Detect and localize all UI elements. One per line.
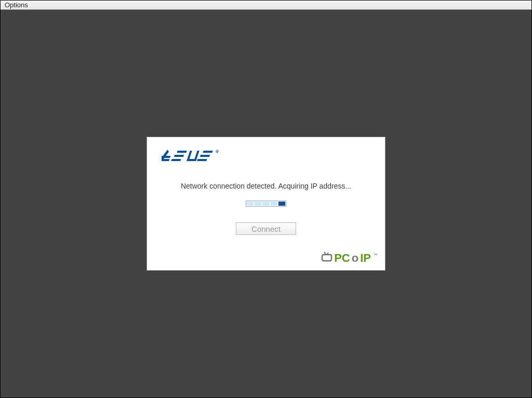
options-menu[interactable]: Options bbox=[3, 1, 30, 9]
progress-segment bbox=[255, 202, 261, 206]
progress-segment bbox=[247, 202, 254, 206]
workspace: R Network connection detected. Acquiring… bbox=[1, 10, 531, 397]
pcoip-tv-icon bbox=[321, 251, 332, 265]
connect-dialog: R Network connection detected. Acquiring… bbox=[147, 137, 385, 271]
svg-rect-8 bbox=[187, 159, 196, 161]
pcoip-logo: PCoIP™ bbox=[321, 251, 378, 265]
svg-rect-9 bbox=[203, 151, 212, 153]
pcoip-text-o: o bbox=[352, 251, 358, 265]
pcoip-trademark: ™ bbox=[373, 253, 378, 258]
status-text: Network connection detected. Acquiring I… bbox=[147, 182, 385, 190]
svg-rect-4 bbox=[174, 155, 184, 157]
svg-text:R: R bbox=[217, 151, 218, 153]
svg-rect-17 bbox=[322, 255, 331, 261]
menubar: Options bbox=[1, 1, 531, 10]
progress-indicator bbox=[246, 201, 286, 207]
svg-rect-1 bbox=[162, 156, 170, 158]
svg-rect-2 bbox=[162, 159, 170, 161]
svg-rect-10 bbox=[200, 155, 210, 157]
pcoip-text-ip: IP bbox=[360, 251, 371, 265]
svg-rect-5 bbox=[171, 159, 181, 161]
progress-segment bbox=[278, 202, 285, 206]
asus-logo: R bbox=[162, 149, 224, 165]
progress-segment bbox=[262, 202, 269, 206]
pcoip-text-pc: PC bbox=[334, 251, 350, 265]
connect-button[interactable]: Connect bbox=[236, 222, 296, 235]
svg-rect-3 bbox=[177, 151, 187, 153]
svg-rect-11 bbox=[197, 159, 207, 161]
app-frame: Options bbox=[0, 0, 532, 398]
progress-segment bbox=[271, 202, 277, 206]
